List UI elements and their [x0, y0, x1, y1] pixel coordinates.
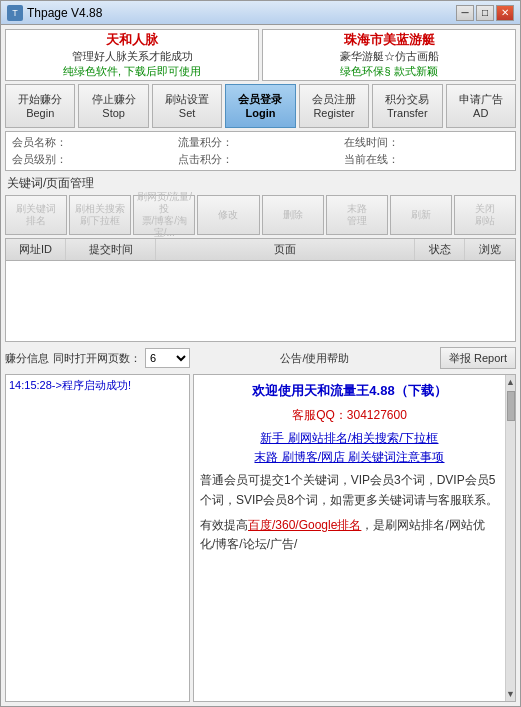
kw-label2-flush-search: 刷下拉框 [80, 215, 120, 227]
current-online-label: 当前在线： [344, 152, 399, 167]
scroll-thumb[interactable] [507, 391, 515, 421]
kw-btn-refresh[interactable]: 刷新 [390, 195, 452, 235]
col-header-status: 状态 [415, 239, 465, 260]
scroll-up-arrow[interactable]: ▲ [506, 375, 515, 389]
kw-label1-flush-kw: 刷关键词 [16, 203, 56, 215]
banner-right-title: 珠海市美蓝游艇 [344, 31, 435, 49]
main-bottom-panel: 14:15:28->程序启动成功! 欢迎使用天和流量王4.88（下载） 客服QQ… [5, 374, 516, 702]
keyword-section: 关键词/页面管理 刷关键词排名刷相关搜索刷下拉框刷网页/流量/投票/博客/淘宝/… [5, 174, 516, 235]
kw-label2-flush-kw: 排名 [26, 215, 46, 227]
help-label: 公告/使用帮助 [194, 351, 436, 366]
info-body1: 普通会员可提交1个关键词，VIP会员3个词，DVIP会员5个词，SVIP会员8个… [200, 471, 499, 509]
scroll-track [506, 389, 515, 687]
banner-right-line1: 豪华游艇☆仿古画船 [340, 49, 439, 64]
data-table: 网址ID 提交时间 页面 状态 浏览 [5, 238, 516, 342]
toolbar-btn-start[interactable]: 开始赚分Begin [5, 84, 75, 128]
scroll-down-arrow[interactable]: ▼ [506, 687, 515, 701]
close-button[interactable]: ✕ [496, 5, 514, 21]
concurrent-label: 同时打开网页数： [53, 351, 141, 366]
online-time-field: 在线时间： [344, 135, 509, 151]
kw-btn-close-station[interactable]: 关闭刷站 [454, 195, 516, 235]
kw-label2-flush-page: 票/博客/淘宝/... [135, 215, 193, 239]
member-name-label: 会员名称： [12, 135, 67, 150]
bottom-controls: 赚分信息 同时打开网页数： 6 公告/使用帮助 举报 Report [5, 345, 516, 371]
info-service: 客服QQ：304127600 [200, 406, 499, 425]
toolbar-btn-stop[interactable]: 停止赚分Stop [78, 84, 148, 128]
kw-btn-flush-kw[interactable]: 刷关键词排名 [5, 195, 67, 235]
banner-left-title: 天和人脉 [106, 31, 158, 49]
toolbar-btn-label2-start: Begin [26, 106, 54, 120]
col-header-id: 网址ID [6, 239, 66, 260]
kw-label1-modify: 修改 [218, 209, 238, 221]
kw-label1-delete: 删除 [283, 209, 303, 221]
banner-right-line2: 绿色环保§ 款式新颖 [340, 64, 437, 79]
toolbar-btn-register[interactable]: 会员注册Register [299, 84, 369, 128]
toolbar-btn-ad[interactable]: 申请广告AD [446, 84, 516, 128]
info-panel-link[interactable]: 新手 刷网站排名/相关搜索/下拉框 [200, 429, 499, 448]
flow-score-label: 流量积分： [178, 135, 233, 150]
info-title-text[interactable]: 欢迎使用天和流量王4.88（下载） [252, 383, 446, 398]
concurrent-select[interactable]: 6 [145, 348, 190, 368]
kw-btn-flush-page[interactable]: 刷网页/流量/投票/博客/淘宝/... [133, 195, 195, 235]
table-header: 网址ID 提交时间 页面 状态 浏览 [6, 239, 515, 261]
toolbar-btn-label1-transfer: 积分交易 [385, 92, 429, 106]
banner-right[interactable]: 珠海市美蓝游艇 豪华游艇☆仿古画船 绿色环保§ 款式新颖 [262, 29, 516, 81]
kw-btn-path-mgmt[interactable]: 末路管理 [326, 195, 388, 235]
kw-label1-flush-search: 刷相关搜索 [75, 203, 125, 215]
toolbar-btn-label1-login: 会员登录 [238, 92, 282, 106]
kw-label1-flush-page: 刷网页/流量/投 [135, 191, 193, 215]
member-level-label: 会员级别： [12, 152, 67, 167]
info-panel-wrapper: 欢迎使用天和流量王4.88（下载） 客服QQ：304127600 新手 刷网站排… [193, 374, 516, 702]
info-highlight: 百度/360/Google排名 [248, 518, 361, 532]
flow-score-field: 流量积分： [178, 135, 343, 151]
col-header-view: 浏览 [465, 239, 515, 260]
toolbar-btn-label1-stop: 停止赚分 [92, 92, 136, 106]
kw-btn-modify[interactable]: 修改 [197, 195, 259, 235]
toolbar-btn-settings[interactable]: 刷站设置Set [152, 84, 222, 128]
scrollbar[interactable]: ▲ ▼ [505, 375, 515, 701]
info-body2: 有效提高百度/360/Google排名，是刷网站排名/网站优化/博客/论坛/广告… [200, 516, 499, 554]
info-body2-text: 有效提高 [200, 518, 248, 532]
info-panel-content: 欢迎使用天和流量王4.88（下载） 客服QQ：304127600 新手 刷网站排… [200, 381, 499, 554]
toolbar-btn-label1-ad: 申请广告 [459, 92, 503, 106]
info-links: 新手 刷网站排名/相关搜索/下拉框末路 刷博客/网店 刷关键词注意事项 [200, 429, 499, 467]
top-banner: 天和人脉 管理好人脉关系才能成功 纯绿色软件, 下载后即可使用 珠海市美蓝游艇 … [5, 29, 516, 81]
banner-left-line2: 纯绿色软件, 下载后即可使用 [63, 64, 201, 79]
toolbar-btn-label1-start: 开始赚分 [18, 92, 62, 106]
click-score-field: 点击积分： [178, 152, 343, 168]
report-button[interactable]: 举报 Report [440, 347, 516, 369]
maximize-button[interactable]: □ [476, 5, 494, 21]
info-panel-title: 欢迎使用天和流量王4.88（下载） [200, 381, 499, 402]
banner-left-line1: 管理好人脉关系才能成功 [72, 49, 193, 64]
online-time-label: 在线时间： [344, 135, 399, 150]
toolbar-btn-label2-login: Login [246, 106, 276, 120]
kw-btn-flush-search[interactable]: 刷相关搜索刷下拉框 [69, 195, 131, 235]
col-header-page: 页面 [156, 239, 415, 260]
table-body [6, 261, 515, 341]
kw-btn-delete[interactable]: 删除 [262, 195, 324, 235]
current-online-field: 当前在线： [344, 152, 509, 168]
minimize-button[interactable]: ─ [456, 5, 474, 21]
toolbar-btn-label1-settings: 刷站设置 [165, 92, 209, 106]
member-name-field: 会员名称： [12, 135, 177, 151]
banner-left[interactable]: 天和人脉 管理好人脉关系才能成功 纯绿色软件, 下载后即可使用 [5, 29, 259, 81]
title-bar: T Thpage V4.88 ─ □ ✕ [1, 1, 520, 25]
info-panel: 欢迎使用天和流量王4.88（下载） 客服QQ：304127600 新手 刷网站排… [194, 375, 505, 701]
toolbar-btn-label2-settings: Set [179, 106, 196, 120]
toolbar-btn-login[interactable]: 会员登录Login [225, 84, 295, 128]
toolbar-btn-label2-register: Register [313, 106, 354, 120]
kw-label2-close-station: 刷站 [475, 215, 495, 227]
keyword-section-title: 关键词/页面管理 [5, 174, 516, 193]
log-entry: 14:15:28->程序启动成功! [9, 378, 186, 393]
title-controls: ─ □ ✕ [456, 5, 514, 21]
main-toolbar: 开始赚分Begin停止赚分Stop刷站设置Set会员登录Login会员注册Reg… [5, 84, 516, 128]
toolbar-btn-transfer[interactable]: 积分交易Transfer [372, 84, 442, 128]
info-panel-link[interactable]: 末路 刷博客/网店 刷关键词注意事项 [200, 448, 499, 467]
earn-info-label: 赚分信息 [5, 351, 49, 366]
member-info-bar: 会员名称： 流量积分： 在线时间： 会员级别： 点击积分： 当前在线： [5, 131, 516, 171]
kw-label1-path-mgmt: 末路 [347, 203, 367, 215]
log-panel: 14:15:28->程序启动成功! [5, 374, 190, 702]
toolbar-btn-label2-transfer: Transfer [387, 106, 428, 120]
toolbar-btn-label1-register: 会员注册 [312, 92, 356, 106]
toolbar-btn-label2-stop: Stop [102, 106, 125, 120]
